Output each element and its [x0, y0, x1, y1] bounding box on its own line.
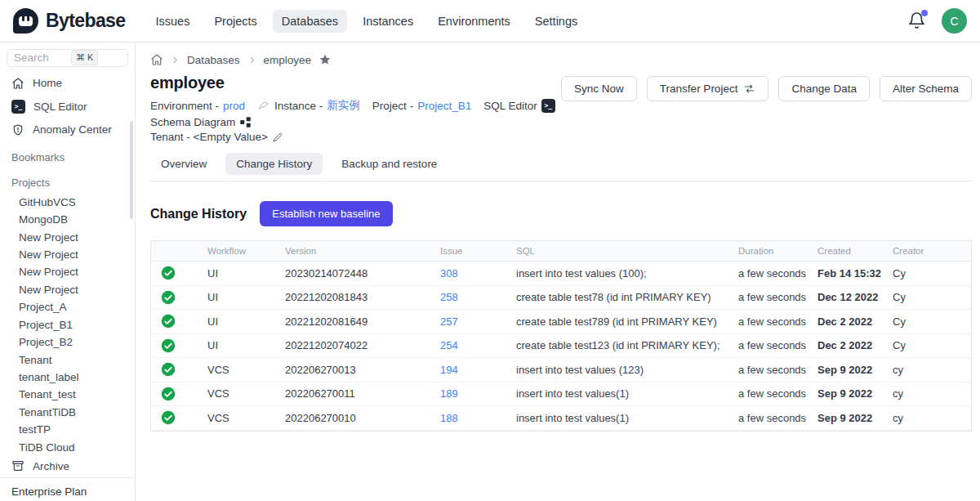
change-data-button[interactable]: Change Data — [778, 76, 870, 101]
sidebar-project-item[interactable]: testTP — [0, 419, 135, 436]
sidebar-project-item[interactable]: New Project — [0, 244, 135, 262]
button-label: Alter Schema — [893, 83, 959, 95]
sidebar-item-anomaly-center[interactable]: Anomaly Center — [0, 119, 135, 141]
plan-label[interactable]: Enterprise Plan — [0, 477, 135, 501]
breadcrumb-employee[interactable]: employee — [264, 54, 312, 66]
table-row[interactable]: UI 20230214072448 308 insert into test v… — [151, 262, 971, 286]
issue-link[interactable]: 188 — [440, 412, 458, 424]
sql-editor-link[interactable]: SQL Editor — [483, 99, 555, 113]
environment-meta: Environment - prod — [150, 100, 245, 112]
header-version: Version — [274, 246, 429, 256]
instance-label: Instance - — [274, 100, 323, 112]
page-header-left: employee Environment - prod Instance - 新… — [150, 66, 561, 143]
edit-pencil-icon[interactable] — [272, 132, 283, 143]
topnav-item[interactable]: Environments — [429, 10, 519, 33]
breadcrumb-home-icon[interactable] — [150, 53, 163, 66]
table-row[interactable]: VCS 202206270010 188 insert into test va… — [151, 406, 971, 431]
table-row[interactable]: UI 20221202074022 254 create table test1… — [151, 334, 971, 359]
duration-cell: a few seconds — [727, 412, 806, 424]
workflow-cell: UI — [196, 315, 274, 328]
creator-cell: cy — [881, 412, 971, 424]
topnav-item[interactable]: Projects — [205, 10, 265, 33]
breadcrumb-databases[interactable]: Databases — [187, 54, 240, 66]
sync-now-button[interactable]: Sync Now — [561, 76, 637, 101]
tenant-meta-row: Tenant - <Empty Value> — [150, 131, 561, 143]
table-row[interactable]: VCS 202206270011 189 insert into test va… — [151, 382, 971, 407]
establish-baseline-button[interactable]: Establish new baseline — [260, 201, 392, 226]
sidebar-project-item[interactable]: Project_B2 — [0, 332, 135, 349]
table-row[interactable]: VCS 202206270013 194 insert into test va… — [151, 358, 971, 382]
sidebar-project-item[interactable]: Tenant — [0, 350, 135, 367]
sidebar-project-item[interactable]: Tenant_test — [0, 384, 135, 401]
version-cell: 20221202081649 — [274, 315, 429, 328]
sidebar-project-item[interactable]: Project_A — [0, 297, 135, 314]
shield-icon — [11, 123, 24, 136]
alter-schema-button[interactable]: Alter Schema — [880, 76, 972, 101]
button-label: Change Data — [791, 83, 857, 95]
workflow-cell: VCS — [196, 412, 274, 424]
sidebar-project-item[interactable]: TiDB Cloud — [0, 437, 135, 454]
sidebar-project-item[interactable]: New Project — [0, 262, 135, 279]
created-cell: Sep 9 2022 — [806, 412, 881, 424]
schema-diagram-link[interactable]: Schema Diagram — [150, 116, 252, 128]
workflow-cell: UI — [196, 291, 274, 303]
tab-backup-restore[interactable]: Backup and restore — [331, 153, 448, 175]
status-cell — [151, 338, 196, 353]
workflow-cell: UI — [196, 339, 274, 351]
project-link[interactable]: Project_B1 — [417, 100, 471, 112]
issue-link[interactable]: 308 — [440, 267, 458, 280]
instance-link[interactable]: 新实例 — [327, 98, 360, 113]
sidebar-project-item[interactable]: MongoDB — [0, 209, 135, 226]
search-box[interactable]: ⌘ K — [7, 49, 128, 67]
created-cell: Sep 9 2022 — [806, 364, 881, 376]
created-cell: Feb 14 15:32 — [806, 267, 881, 280]
sidebar-project-item[interactable]: Project_B1 — [0, 315, 135, 332]
topnav-item[interactable]: Issues — [146, 10, 198, 33]
sql-cell: insert into test values (100); — [505, 267, 727, 280]
creator-cell: cy — [881, 364, 971, 376]
project-label: Project - — [372, 100, 413, 112]
topnav-item[interactable]: Databases — [273, 10, 347, 33]
tab-overview[interactable]: Overview — [150, 153, 217, 175]
archive-icon — [11, 459, 24, 472]
issue-link[interactable]: 189 — [440, 387, 458, 400]
sidebar-project-item[interactable]: New Project — [0, 227, 135, 244]
duration-cell: a few seconds — [727, 387, 806, 400]
bytebase-logo[interactable]: Bytebase — [13, 8, 125, 34]
user-avatar[interactable]: C — [942, 8, 967, 34]
page-title: employee — [150, 74, 561, 92]
sidebar-item-sql-editor[interactable]: SQL Editor — [0, 95, 135, 119]
topnav-item[interactable]: Instances — [354, 10, 422, 33]
sidebar-item-home[interactable]: Home — [0, 72, 135, 95]
topnav-item[interactable]: Settings — [526, 10, 586, 33]
issue-link[interactable]: 194 — [440, 364, 458, 376]
header-issue: Issue — [429, 246, 505, 256]
issue-link[interactable]: 254 — [440, 339, 458, 351]
table-row[interactable]: UI 20221202081649 257 create table test7… — [151, 310, 971, 334]
bytebase-logo-icon — [13, 8, 38, 34]
sidebar-project-item[interactable]: tenant_label — [0, 367, 135, 384]
duration-cell: a few seconds — [727, 364, 806, 376]
issue-link[interactable]: 258 — [440, 291, 458, 303]
sidebar-project-item[interactable]: New Project — [0, 280, 135, 297]
environment-link[interactable]: prod — [223, 100, 245, 112]
notifications-button[interactable] — [907, 11, 927, 31]
change-history-section-header: Change History Establish new baseline — [150, 201, 972, 226]
chevron-right-icon — [247, 56, 256, 65]
table-row[interactable]: UI 20221202081843 258 create table test7… — [151, 286, 971, 311]
star-icon[interactable] — [318, 53, 332, 66]
tenant-meta: Tenant - <Empty Value> — [150, 131, 283, 143]
tab-change-history[interactable]: Change History — [225, 153, 323, 175]
issue-link[interactable]: 257 — [440, 315, 458, 328]
transfer-project-button[interactable]: Transfer Project — [647, 76, 769, 101]
sidebar-scrollbar[interactable] — [130, 121, 133, 219]
search-input[interactable] — [14, 51, 71, 64]
sidebar-item-archive[interactable]: Archive — [0, 454, 135, 477]
sidebar-project-item[interactable]: GitHubVCS — [0, 192, 135, 209]
issue-cell: 258 — [429, 291, 505, 303]
top-nav: Issues Projects Databases Instances Envi… — [146, 10, 586, 33]
tab-bar: Overview Change History Backup and resto… — [150, 153, 972, 181]
sidebar-project-item[interactable]: TenantTiDB — [0, 402, 135, 419]
sql-cell: insert into test values(1) — [505, 387, 727, 400]
environment-label: Environment - — [150, 100, 219, 112]
